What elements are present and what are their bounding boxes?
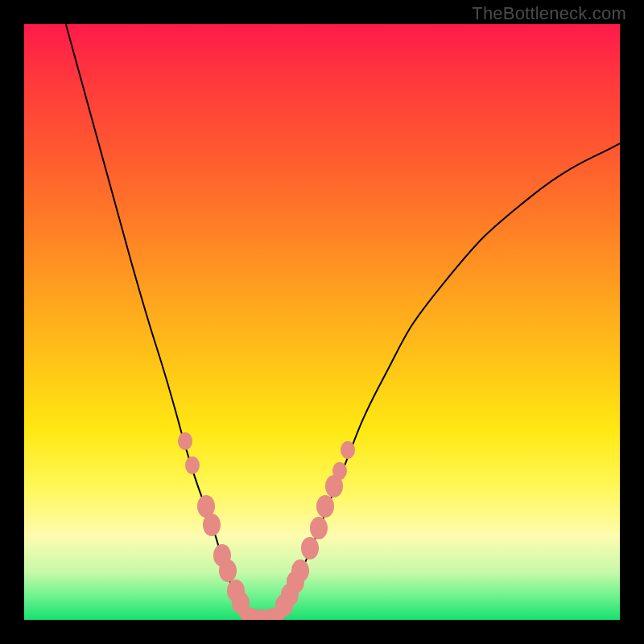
plot-area <box>24 24 620 620</box>
highlight-dot <box>341 441 355 459</box>
highlight-dot <box>203 514 221 536</box>
curve-right-branch <box>278 143 621 617</box>
highlight-dot <box>291 559 309 582</box>
highlight-dot <box>301 537 319 559</box>
highlight-dot <box>316 495 334 518</box>
curve-left-branch <box>66 24 248 617</box>
highlight-dot <box>219 559 237 582</box>
chart-frame: TheBottleneck.com <box>0 0 644 644</box>
highlight-dot <box>185 456 200 474</box>
highlight-dot <box>332 462 347 480</box>
highlight-dot <box>178 432 192 450</box>
highlight-dot <box>310 517 328 539</box>
watermark-text: TheBottleneck.com <box>472 3 626 24</box>
